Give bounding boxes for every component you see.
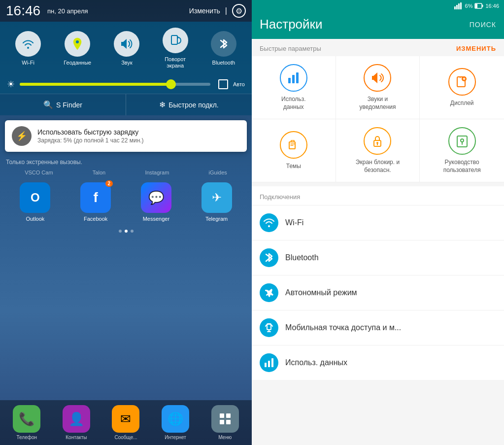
connection-bluetooth[interactable]: Bluetooth xyxy=(252,240,504,275)
sounds-icon xyxy=(364,64,391,92)
app-telegram[interactable]: ✈ Telegram xyxy=(202,182,232,222)
brightness-low-icon: ☀ xyxy=(7,79,15,90)
outlook-label: Outlook xyxy=(26,216,44,222)
facebook-label: Facebook xyxy=(84,216,107,222)
contacts-label: Контакты xyxy=(66,435,87,440)
geodata-label: Геоданные xyxy=(64,60,91,66)
internet-label: Интернет xyxy=(165,435,186,440)
app-label-instagram: Instagram xyxy=(145,170,169,175)
messenger-icon: 💬 xyxy=(141,182,171,213)
svg-rect-11 xyxy=(482,5,483,7)
param-sounds[interactable]: Звуки иуведомления xyxy=(336,56,420,119)
dock-messages[interactable]: ✉ Сообще... xyxy=(112,405,139,440)
app-label-talon: Talon xyxy=(93,170,105,175)
sfinder-button[interactable]: 🔍 S Finder xyxy=(0,94,126,115)
dock-contacts[interactable]: 👤 Контакты xyxy=(63,405,90,440)
connect-icon: ❄ xyxy=(159,100,166,109)
apps-grid: O Outlook f 2 Facebook 💬 Messenger ✈ Tel… xyxy=(0,177,252,227)
lock-screen-icon xyxy=(364,127,391,155)
facebook-icon: f 2 xyxy=(80,182,111,213)
sounds-label: Звуки иуведомления xyxy=(359,96,396,111)
quick-connect-button[interactable]: ❄ Быстрое подкл. xyxy=(126,94,252,115)
guide-label: Руководствопользователя xyxy=(443,159,481,174)
dot-2 xyxy=(125,230,128,233)
quick-params-grid: Использ.данных Звуки иуведомления xyxy=(252,56,504,182)
page-dots xyxy=(0,227,252,236)
dot-3 xyxy=(131,230,134,233)
emergency-text: Только экстренные вызовы. xyxy=(0,157,252,168)
svg-rect-6 xyxy=(454,6,456,9)
toggle-wifi[interactable]: Wi-Fi xyxy=(15,31,41,66)
toggle-rotate[interactable]: Поворотэкрана xyxy=(163,28,188,69)
sound-icon xyxy=(114,31,139,57)
bluetooth-icon xyxy=(211,31,236,57)
geodata-icon xyxy=(65,31,90,57)
param-guide[interactable]: Руководствопользователя xyxy=(420,119,504,182)
themes-label: Темы xyxy=(286,163,301,171)
toggle-sound[interactable]: Звук xyxy=(114,31,139,66)
svg-point-0 xyxy=(76,40,79,43)
edit-button[interactable]: Изменить xyxy=(189,7,220,15)
toggle-bluetooth[interactable]: Bluetooth xyxy=(211,31,236,66)
dock-phone[interactable]: 📞 Телефон xyxy=(13,405,40,440)
settings-title: Настройки xyxy=(260,17,323,32)
connection-data-usage[interactable]: Использ. данных xyxy=(252,345,504,380)
quick-params-action[interactable]: ИЗМЕНИТЬ xyxy=(456,45,496,52)
connections-title: Подключения xyxy=(260,193,300,201)
app-messenger[interactable]: 💬 Messenger xyxy=(141,182,171,222)
messages-label: Сообще... xyxy=(114,435,137,440)
bottom-dock: 📞 Телефон 👤 Контакты ✉ Сообще... 🌐 Интер… xyxy=(0,400,252,445)
connection-hotspot[interactable]: Мобильная точка доступа и м... xyxy=(252,310,504,345)
data-conn-icon xyxy=(260,353,278,372)
notification-icon: ⚡ xyxy=(12,126,32,146)
param-data-usage[interactable]: Использ.данных xyxy=(252,56,336,119)
gear-icon[interactable]: ⚙ xyxy=(232,4,246,18)
auto-checkbox[interactable] xyxy=(218,79,228,89)
facebook-badge: 2 xyxy=(105,180,113,187)
connections-section: Подключения Wi-Fi xyxy=(252,186,504,380)
svg-rect-5 xyxy=(226,420,231,424)
date-left: пн, 20 апреля xyxy=(47,7,88,15)
dock-menu[interactable]: Меню xyxy=(211,405,239,440)
connection-wifi[interactable]: Wi-Fi xyxy=(252,205,504,240)
lock-screen-label: Экран блокир. ибезопасн. xyxy=(356,159,400,174)
auto-label: Авто xyxy=(233,81,245,87)
param-lock-screen[interactable]: Экран блокир. ибезопасн. xyxy=(336,119,420,182)
wifi-icon xyxy=(15,31,41,57)
data-usage-icon xyxy=(280,64,307,92)
finder-row: 🔍 S Finder ❄ Быстрое подкл. xyxy=(0,94,252,115)
outlook-icon: O xyxy=(20,182,50,213)
right-content: Быстрые параметры ИЗМЕНИТЬ Использ.данны… xyxy=(252,39,504,445)
wifi-label: Wi-Fi xyxy=(22,60,34,66)
quick-params-header: Быстрые параметры ИЗМЕНИТЬ xyxy=(252,39,504,56)
wifi-conn-label: Wi-Fi xyxy=(285,218,303,227)
hotspot-conn-icon xyxy=(260,318,278,337)
airplane-conn-label: Автономный режим xyxy=(285,288,357,297)
right-panel: 6% 16:46 Настройки ПОИСК Быстрые парамет… xyxy=(252,0,504,445)
toggle-geodata[interactable]: Геоданные xyxy=(64,31,91,66)
connection-airplane[interactable]: Автономный режим xyxy=(252,275,504,310)
rotate-label: Поворотэкрана xyxy=(165,56,186,69)
right-header: Настройки ПОИСК xyxy=(252,12,504,39)
notification-card[interactable]: ⚡ Использовать быструю зарядку Зарядка: … xyxy=(5,120,247,152)
search-button[interactable]: ПОИСК xyxy=(470,21,496,29)
phone-icon: 📞 xyxy=(13,405,40,433)
param-themes[interactable]: Темы xyxy=(252,119,336,182)
notification-title: Использовать быструю зарядку xyxy=(37,128,144,136)
phone-label: Телефон xyxy=(17,435,37,440)
wifi-conn-icon xyxy=(260,213,278,232)
quick-toggles: Wi-Fi Геоданные Звук xyxy=(0,22,252,75)
app-outlook[interactable]: O Outlook xyxy=(20,182,50,222)
param-display[interactable]: Дисплей xyxy=(420,56,504,119)
quick-params-title: Быстрые параметры xyxy=(260,45,321,52)
app-facebook[interactable]: f 2 Facebook xyxy=(80,182,111,222)
svg-rect-15 xyxy=(296,72,299,83)
internet-icon: 🌐 xyxy=(162,405,189,433)
svg-rect-1 xyxy=(171,35,177,44)
battery-text: 6% xyxy=(465,3,473,9)
svg-rect-25 xyxy=(265,363,267,367)
dock-internet[interactable]: 🌐 Интернет xyxy=(162,405,189,440)
bluetooth-conn-label: Bluetooth xyxy=(285,253,319,262)
svg-rect-9 xyxy=(460,2,462,9)
brightness-slider[interactable] xyxy=(20,83,210,86)
